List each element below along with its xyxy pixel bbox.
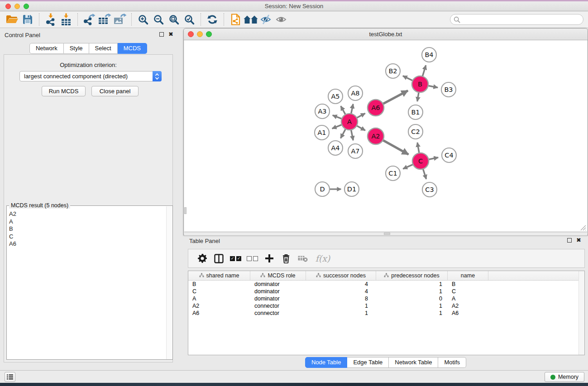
graph-node-B[interactable]: B [412,76,428,92]
graph-node-B1[interactable]: B1 [408,105,423,119]
zoom-fit-icon[interactable] [166,13,182,26]
vertical-scrollbar-thumb[interactable] [184,207,186,214]
criterion-select[interactable]: largest connected component (directed) [19,71,162,81]
network-from-clipboard-icon[interactable] [228,13,243,26]
graph-node-B2[interactable]: B2 [386,64,400,78]
table-cell[interactable]: 1 [376,288,448,295]
show-column-icon[interactable] [210,250,227,267]
graph-node-C1[interactable]: C1 [386,166,400,181]
graph-node-A2[interactable]: A2 [368,128,384,144]
home-icon[interactable] [243,13,258,26]
graph-node-D1[interactable]: D1 [344,182,359,196]
graph-node-A3[interactable]: A3 [315,104,330,119]
table-cell[interactable]: dominator [250,288,306,295]
graph-node-A8[interactable]: A8 [348,86,363,100]
table-cell[interactable]: dominator [250,295,306,302]
import-table-icon[interactable] [58,13,74,26]
column-header-name[interactable]: name [448,271,488,280]
table-cell[interactable]: 4 [306,288,376,295]
search-box[interactable] [450,14,583,25]
zoom-in-icon[interactable] [135,13,151,26]
select-all-checkboxes-icon[interactable]: ✓✓ [227,250,244,267]
table-cell[interactable]: connector [250,302,306,310]
table-cell[interactable]: C [448,288,488,295]
graph-node-C3[interactable]: C3 [422,182,437,197]
table-cell[interactable]: 1 [306,310,376,317]
result-item[interactable]: A6 [9,240,166,248]
close-table-panel-icon[interactable]: ✖ [576,238,581,243]
graph-node-D[interactable]: D [315,182,330,196]
graph-edge-A2-C[interactable] [382,139,408,154]
deselect-all-checkboxes-icon[interactable] [244,250,261,267]
save-session-icon[interactable] [20,13,35,26]
table-cell[interactable]: A6 [448,310,488,317]
run-mcds-button[interactable]: Run MCDS [42,86,86,96]
table-cell[interactable]: 4 [306,281,376,288]
close-panel-button[interactable]: Close panel [91,86,139,96]
table-settings-gear-icon[interactable] [194,250,210,267]
graph-node-A4[interactable]: A4 [328,141,343,155]
table-row[interactable]: Bdominator41B [188,281,584,288]
result-item[interactable]: B [9,225,166,233]
result-item[interactable]: A2 [9,210,166,218]
column-header-successor-nodes[interactable]: successor nodes [306,271,376,280]
zoom-out-icon[interactable] [151,13,166,26]
graph-node-A[interactable]: A [341,114,358,130]
table-cell[interactable]: 1 [376,281,448,288]
column-header-predecessor-nodes[interactable]: predecessor nodes [376,271,448,280]
task-history-button[interactable] [5,372,15,382]
table-cell[interactable]: A2 [188,302,250,310]
import-network-icon[interactable] [43,13,58,26]
table-cell[interactable]: A [188,295,250,302]
network-window-titlebar[interactable]: testGlobe.txt [184,29,588,40]
table-cell[interactable]: dominator [250,281,306,288]
tab-network[interactable]: Network [29,43,64,54]
table-cell[interactable]: B [188,281,250,288]
graph-edge-A6-B[interactable] [382,91,408,105]
tab-style[interactable]: Style [64,43,89,54]
tab-mcds[interactable]: MCDS [118,43,147,54]
table-row[interactable]: Adominator80A [188,295,584,302]
zoom-window-button[interactable] [24,4,29,9]
table-cell[interactable]: B [448,281,488,288]
table-cell[interactable]: A6 [188,310,250,317]
table-cell[interactable]: 0 [376,295,448,302]
close-panel-icon[interactable]: ✖ [168,32,173,37]
search-input[interactable] [460,15,583,24]
table-cell[interactable]: 1 [376,310,448,317]
hide-panels-eye-slash-icon[interactable] [258,13,274,26]
table-cell[interactable]: A [448,295,488,302]
table-cell[interactable]: 1 [376,302,448,310]
table-cell[interactable]: 8 [306,295,376,302]
graph-node-B4[interactable]: B4 [422,48,436,62]
graph-node-A5[interactable]: A5 [328,89,343,104]
open-session-icon[interactable] [5,13,20,26]
tab-motifs[interactable]: Motifs [438,357,466,368]
graph-node-C[interactable]: C [412,153,429,169]
tab-select[interactable]: Select [89,43,118,54]
network-canvas[interactable]: B4B2BB3A8A5A6A3B1AC2A1A2A4A7C4CC1C3DD1 [184,40,587,232]
close-window-button[interactable] [5,4,11,9]
graph-node-B3[interactable]: B3 [441,82,456,97]
refresh-view-icon[interactable] [205,13,220,26]
close-network-window-button[interactable] [188,31,194,37]
table-row[interactable]: Cdominator41C [188,288,584,295]
graph-node-A6[interactable]: A6 [368,100,384,116]
export-table-icon[interactable] [97,13,112,26]
tab-network-table[interactable]: Network Table [389,357,438,368]
memory-button[interactable]: Memory [545,372,584,382]
table-row[interactable]: A2connector11A2 [188,302,584,310]
column-header-MCDS-role[interactable]: MCDS role [250,271,306,280]
export-network-icon[interactable] [81,13,97,26]
horizontal-scrollbar-track[interactable] [184,233,587,235]
minimize-network-window-button[interactable] [197,31,203,37]
show-graphics-details-eye-icon[interactable] [274,13,289,26]
result-item[interactable]: C [9,233,166,241]
table-scrollbar[interactable] [578,271,584,355]
graph-node-C4[interactable]: C4 [442,148,456,162]
minimize-window-button[interactable] [14,4,20,9]
table-cell[interactable]: 1 [306,302,376,310]
tab-node-table[interactable]: Node Table [305,357,348,368]
result-list-scrollbar[interactable] [166,206,172,359]
float-panel-icon[interactable] [159,32,164,37]
